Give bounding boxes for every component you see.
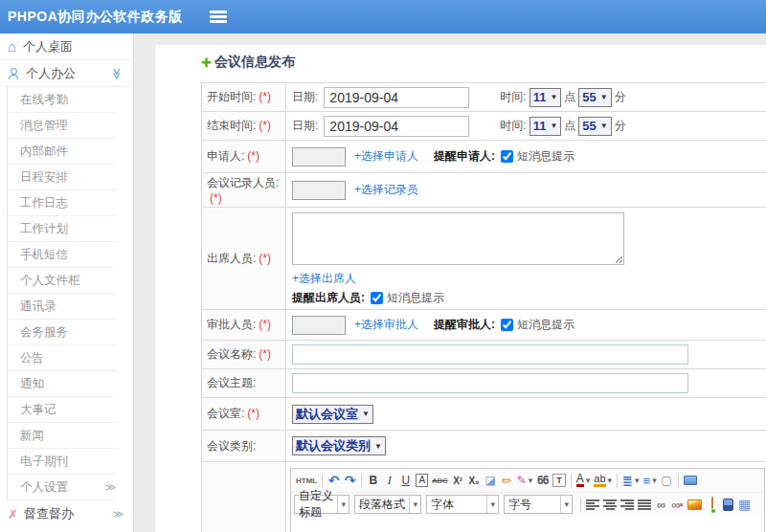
sidebar-item-announcement[interactable]: 公告 xyxy=(8,345,118,371)
unlink-button[interactable]: ∞× xyxy=(669,495,686,514)
sms-label: 短消息提示 xyxy=(387,290,444,306)
bold-button[interactable]: B xyxy=(365,471,381,490)
start-minute-select[interactable]: 55▼ xyxy=(578,88,611,107)
align-left-button[interactable] xyxy=(584,495,601,514)
subscript-button[interactable]: X₂ xyxy=(466,471,483,490)
align-center-icon xyxy=(603,499,617,510)
minute-unit-label: 分 xyxy=(615,89,626,105)
sidebar-item-e-journal[interactable]: 电子期刊 xyxy=(8,449,118,475)
heading-select[interactable]: 自定义标题▾ xyxy=(294,495,349,514)
link-button[interactable]: ∞ xyxy=(653,495,669,514)
sidebar-item-file-cabinet[interactable]: 个人文件柜 xyxy=(8,268,118,294)
format-pen-button[interactable]: ✎▾ xyxy=(515,471,535,490)
paragraph-format-select[interactable]: 段落格式▾ xyxy=(354,495,421,514)
sidebar-item-work-plan[interactable]: 工作计划 xyxy=(8,216,118,242)
link-icon: ∞ xyxy=(657,498,665,512)
dropdown-caret-icon: ▾ xyxy=(635,476,640,485)
applicant-input[interactable] xyxy=(292,147,346,166)
meeting-subject-input[interactable] xyxy=(292,373,688,393)
end-hour-select[interactable]: 11▼ xyxy=(529,117,562,136)
sidebar-item-news[interactable]: 新闻 xyxy=(8,423,118,449)
applicant-sms-checkbox[interactable] xyxy=(501,150,513,163)
end-date-input[interactable] xyxy=(324,116,469,137)
align-justify-icon xyxy=(638,499,651,510)
insert-image-button[interactable] xyxy=(686,495,704,514)
sidebar-item-sms[interactable]: 手机短信 xyxy=(8,242,118,268)
hour-unit-label: 点 xyxy=(564,118,575,134)
hamburger-menu-icon[interactable] xyxy=(210,11,227,23)
sidebar-item-label: 个人办公 xyxy=(26,65,76,82)
paste-text-button[interactable]: T xyxy=(551,471,568,490)
end-time-label: 结束时间:(*) xyxy=(202,112,286,141)
new-document-button[interactable]: ▢ xyxy=(659,471,675,490)
sidebar-item-desktop[interactable]: ⌂ 个人桌面 xyxy=(0,33,133,60)
underline-button[interactable]: U xyxy=(397,471,414,490)
highlight-icon: ab xyxy=(594,474,605,487)
sms-label: 短消息提示 xyxy=(517,317,574,333)
remove-format-button[interactable]: ◪ xyxy=(483,471,499,490)
font-color-button[interactable]: A▾ xyxy=(574,471,593,490)
italic-button[interactable]: I xyxy=(381,471,397,490)
choose-recorder-link[interactable]: +选择记录员 xyxy=(354,182,418,198)
editor-toolbar-row1: HTML ↶ ↷ B I U A ABC X² X₂ ◪ ✏ xyxy=(291,469,764,493)
sidebar: ⌂ 个人桌面 个人办公 ≫ 在线考勤 消息管理 内部邮件 日程安排 工作日志 工… xyxy=(0,33,134,532)
meeting-category-select[interactable]: 默认会议类别▼ xyxy=(292,436,386,455)
meeting-form: 开始时间:(*) 日期: 时间: 11▼ 点 55▼ 分 结束时间:(*) 日期… xyxy=(201,82,766,532)
dropdown-caret-icon: ▾ xyxy=(337,496,349,513)
upload-image-button[interactable] xyxy=(704,495,720,514)
insert-table-button[interactable]: ▦ xyxy=(736,495,753,514)
sidebar-item-attendance[interactable]: 在线考勤 xyxy=(8,87,118,113)
unordered-list-button[interactable]: ≡▾ xyxy=(642,471,659,490)
highlight-button[interactable]: ab▾ xyxy=(592,471,614,490)
sidebar-item-contacts[interactable]: 通讯录 xyxy=(8,294,118,320)
sidebar-item-work-log[interactable]: 工作日志 xyxy=(8,190,118,216)
start-date-input[interactable] xyxy=(324,87,469,108)
meeting-name-label: 会议名称:(*) xyxy=(202,341,286,369)
approver-input[interactable] xyxy=(292,316,346,335)
add-badge-icon xyxy=(710,508,716,514)
sidebar-item-notice[interactable]: 通知 xyxy=(8,371,118,397)
format-brush-button[interactable]: ✏ xyxy=(499,471,515,490)
align-justify-button[interactable] xyxy=(636,495,653,514)
remind-attendees-label: 提醒出席人员: xyxy=(292,290,365,306)
sidebar-item-supervision[interactable]: ✗ 督查督办 ≫ xyxy=(0,500,133,527)
end-minute-select[interactable]: 55▼ xyxy=(578,117,611,136)
choose-attendees-link[interactable]: +选择出席人 xyxy=(292,272,356,285)
dropdown-caret-icon: ▾ xyxy=(529,476,533,485)
redo-icon[interactable]: ↷ xyxy=(342,471,358,490)
chevron-right-icon: ≫ xyxy=(112,508,124,521)
sidebar-item-messages[interactable]: 消息管理 xyxy=(8,113,118,139)
sidebar-item-schedule[interactable]: 日程安排 xyxy=(8,165,118,190)
char-border-button[interactable]: A xyxy=(414,471,430,490)
sidebar-item-personal-settings[interactable]: 个人设置 ≫ xyxy=(8,475,118,500)
font-size-select[interactable]: 字号▾ xyxy=(504,495,573,514)
user-icon xyxy=(8,68,19,79)
meeting-name-input[interactable] xyxy=(292,344,688,365)
sidebar-item-memorabilia[interactable]: 大事记 xyxy=(8,397,118,423)
align-right-button[interactable] xyxy=(619,495,636,514)
attendees-textarea[interactable] xyxy=(292,212,624,265)
editor-content-area[interactable] xyxy=(291,516,764,532)
fullscreen-button[interactable] xyxy=(682,471,699,490)
font-family-select[interactable]: 字体▾ xyxy=(426,495,499,514)
sidebar-item-office[interactable]: 个人办公 ≫ xyxy=(0,60,133,87)
undo-icon[interactable]: ↶ xyxy=(326,471,342,490)
strikethrough-button[interactable]: ABC xyxy=(430,471,449,490)
attendees-sms-checkbox[interactable] xyxy=(371,292,383,304)
superscript-button[interactable]: X² xyxy=(450,471,466,490)
choose-approver-link[interactable]: +选择审批人 xyxy=(354,317,418,333)
sidebar-item-meeting-service[interactable]: 会务服务 xyxy=(8,320,118,345)
html-source-button[interactable]: HTML xyxy=(294,471,319,490)
main-area: ✚ 会议信息发布 开始时间:(*) 日期: 时间: 11▼ 点 55▼ 分 结束… xyxy=(134,33,766,532)
align-center-button[interactable] xyxy=(601,495,619,514)
blockquote-button[interactable]: 66 xyxy=(534,471,551,490)
choose-applicant-link[interactable]: +选择申请人 xyxy=(354,148,418,165)
ordered-list-button[interactable]: ≣▾ xyxy=(620,471,641,490)
recorder-input[interactable] xyxy=(292,181,346,200)
meeting-room-select[interactable]: 默认会议室▼ xyxy=(292,405,373,424)
sidebar-item-internal-mail[interactable]: 内部邮件 xyxy=(8,139,118,165)
approver-sms-checkbox[interactable] xyxy=(501,319,513,331)
start-hour-select[interactable]: 11▼ xyxy=(529,88,562,107)
insert-media-button[interactable] xyxy=(720,495,736,514)
meeting-room-label: 会议室:(*) xyxy=(202,398,286,431)
